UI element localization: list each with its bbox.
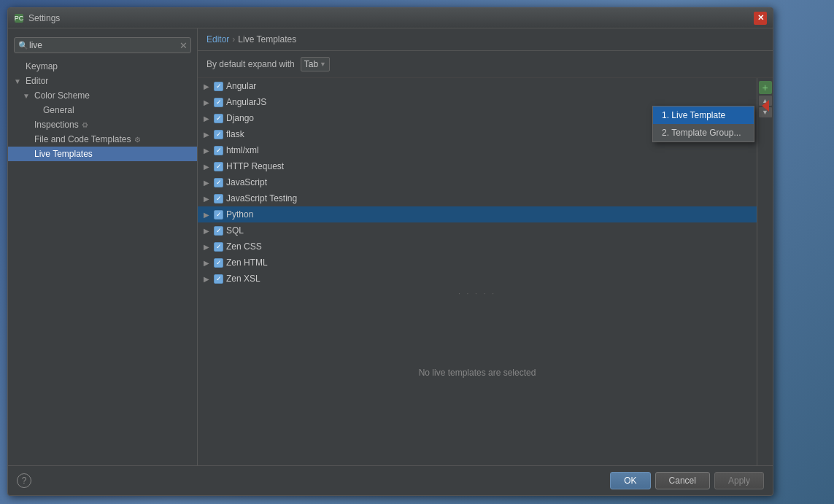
- sidebar: 🔍 ✕ Keymap ▼ Editor ▼ Color Scheme: [8, 28, 198, 465]
- context-menu-label: 2. Template Group...: [662, 128, 741, 138]
- group-label: JavaScript Testing: [226, 193, 297, 203]
- check-icon: ✓: [216, 211, 222, 218]
- group-checkbox-javascript-testing[interactable]: ✓: [214, 194, 223, 203]
- add-button[interactable]: +: [759, 81, 772, 94]
- search-clear-button[interactable]: ✕: [179, 40, 188, 51]
- breadcrumb-current: Live Templates: [238, 34, 296, 44]
- template-group-zen-html[interactable]: ▶ ✓ Zen HTML: [198, 255, 757, 271]
- template-group-javascript[interactable]: ▶ ✓ JavaScript: [198, 174, 757, 190]
- check-icon: ✓: [216, 98, 222, 106]
- check-icon: ✓: [216, 227, 222, 234]
- sidebar-item-keymap[interactable]: Keymap: [8, 59, 197, 74]
- group-label: flask: [226, 129, 244, 139]
- sidebar-item-file-code-templates[interactable]: File and Code Templates ⚙: [8, 132, 197, 147]
- group-label: Python: [226, 209, 253, 220]
- expand-arrow-icon: ▶: [204, 131, 211, 139]
- group-checkbox-flask[interactable]: ✓: [214, 130, 223, 139]
- sidebar-item-label: Color Scheme: [34, 90, 90, 101]
- group-checkbox-zen-xsl[interactable]: ✓: [214, 274, 223, 284]
- right-panel: + ▲ ▼: [757, 78, 773, 465]
- group-label: Django: [226, 113, 254, 123]
- check-icon: ✓: [216, 243, 222, 250]
- gear-icon: ⚙: [82, 121, 88, 129]
- group-label: SQL: [226, 225, 244, 236]
- check-icon: ✓: [216, 115, 222, 122]
- group-checkbox-python[interactable]: ✓: [214, 210, 223, 220]
- sidebar-item-label: Inspections: [34, 120, 79, 130]
- group-checkbox-html-xml[interactable]: ✓: [214, 146, 223, 155]
- expand-arrow-icon: ▶: [204, 179, 211, 187]
- expand-label: By default expand with: [206, 59, 295, 69]
- check-icon: ✓: [216, 195, 222, 202]
- app-icon: PC: [14, 13, 24, 23]
- sidebar-item-inspections[interactable]: Inspections ⚙: [8, 117, 197, 132]
- breadcrumb-separator: ›: [232, 34, 235, 44]
- template-group-sql[interactable]: ▶ ✓ SQL: [198, 222, 757, 239]
- group-checkbox-angular[interactable]: ✓: [214, 82, 223, 91]
- group-checkbox-sql[interactable]: ✓: [214, 226, 223, 236]
- chevron-down-icon: ▼: [320, 61, 326, 68]
- search-box: 🔍 ✕: [14, 37, 191, 53]
- sidebar-item-label: File and Code Templates: [34, 134, 131, 144]
- group-checkbox-http-request[interactable]: ✓: [214, 162, 223, 171]
- sidebar-item-general[interactable]: General: [8, 103, 197, 117]
- sidebar-item-live-templates[interactable]: Live Templates: [8, 147, 197, 161]
- group-label: html/xml: [226, 145, 259, 155]
- resize-handle[interactable]: · · · · ·: [198, 287, 757, 301]
- template-group-html-xml[interactable]: ▶ ✓ html/xml: [198, 142, 757, 158]
- breadcrumb-parent[interactable]: Editor: [206, 34, 229, 44]
- expand-arrow-icon: ▶: [204, 147, 211, 155]
- group-label: Zen CSS: [226, 241, 262, 252]
- context-menu-item-template-group[interactable]: 2. Template Group...: [653, 124, 754, 141]
- group-label: Angular: [226, 81, 256, 91]
- apply-button[interactable]: Apply: [714, 472, 764, 489]
- template-group-http-request[interactable]: ▶ ✓ HTTP Request: [198, 158, 757, 174]
- expand-arrow-icon: ▶: [204, 275, 211, 283]
- expand-icon: ▼: [23, 92, 31, 100]
- context-menu-item-live-template[interactable]: 1. Live Template: [653, 106, 754, 124]
- arrow-indicator: [762, 100, 769, 112]
- group-checkbox-angularjs[interactable]: ✓: [214, 98, 223, 107]
- svg-text:PC: PC: [15, 15, 24, 22]
- check-icon: ✓: [216, 82, 222, 90]
- expand-arrow-icon: ▶: [204, 115, 211, 123]
- sidebar-item-color-scheme[interactable]: ▼ Color Scheme: [8, 88, 197, 103]
- sidebar-item-label: Editor: [26, 76, 48, 86]
- search-icon: 🔍: [18, 41, 28, 50]
- check-icon: ✓: [216, 131, 222, 138]
- search-input[interactable]: [14, 37, 191, 53]
- sidebar-item-label: Keymap: [26, 61, 58, 71]
- close-button[interactable]: ✕: [754, 12, 767, 25]
- close-icon: ✕: [757, 13, 764, 23]
- gear-icon: ⚙: [134, 136, 141, 144]
- group-checkbox-zen-css[interactable]: ✓: [214, 242, 223, 252]
- sidebar-item-label: General: [43, 105, 74, 115]
- template-group-python[interactable]: ▶ ✓ Python: [198, 206, 757, 222]
- help-button[interactable]: ?: [17, 473, 31, 488]
- context-menu: 1. Live Template 2. Template Group...: [652, 106, 754, 142]
- sidebar-item-editor[interactable]: ▼ Editor: [8, 74, 197, 88]
- expand-arrow-icon: ▶: [204, 227, 211, 235]
- group-label: HTTP Request: [226, 161, 284, 171]
- ok-button[interactable]: OK: [610, 472, 650, 489]
- expand-arrow-icon: ▶: [204, 259, 211, 267]
- template-group-zen-css[interactable]: ▶ ✓ Zen CSS: [198, 239, 757, 255]
- bottom-bar: ? OK Cancel Apply: [8, 465, 773, 495]
- expand-arrow-icon: ▶: [204, 243, 211, 251]
- group-checkbox-javascript[interactable]: ✓: [214, 178, 223, 187]
- breadcrumb: Editor › Live Templates: [198, 28, 773, 51]
- expand-dropdown[interactable]: Tab ▼: [301, 57, 330, 71]
- template-group-zen-xsl[interactable]: ▶ ✓ Zen XSL: [198, 271, 757, 287]
- toolbar: By default expand with Tab ▼: [198, 51, 773, 78]
- template-group-angular[interactable]: ▶ ✓ Angular: [198, 78, 757, 94]
- empty-message: No live templates are selected: [198, 368, 757, 378]
- expand-arrow-icon: ▶: [204, 163, 211, 171]
- group-checkbox-zen-html[interactable]: ✓: [214, 258, 223, 268]
- expand-icon: ▼: [14, 77, 23, 85]
- action-buttons: OK Cancel Apply: [610, 472, 764, 489]
- cancel-button[interactable]: Cancel: [655, 472, 710, 489]
- template-group-javascript-testing[interactable]: ▶ ✓ JavaScript Testing: [198, 190, 757, 206]
- dialog-body: 🔍 ✕ Keymap ▼ Editor ▼ Color Scheme: [8, 28, 773, 465]
- sidebar-item-label: Live Templates: [34, 149, 93, 159]
- group-checkbox-django[interactable]: ✓: [214, 114, 223, 123]
